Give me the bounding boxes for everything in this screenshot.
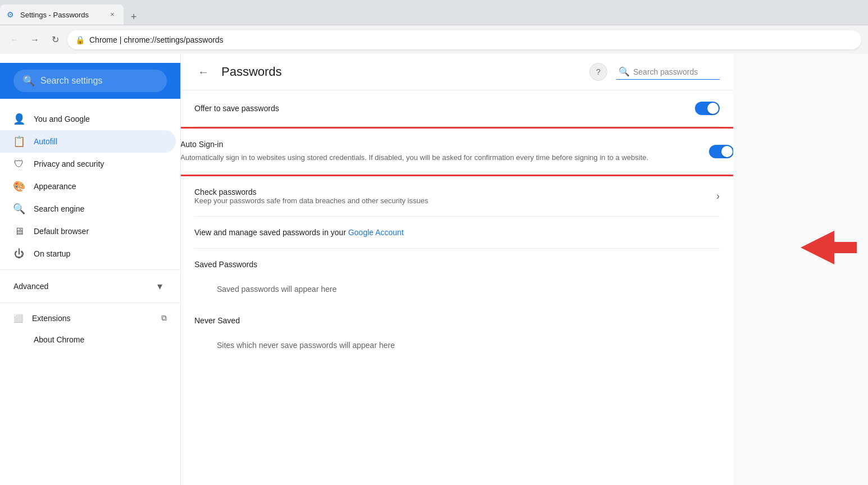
sidebar-item-label: Default browser xyxy=(34,227,89,236)
sidebar-item-on-startup[interactable]: ⏻ On startup xyxy=(0,242,176,265)
sidebar-item-label: Appearance xyxy=(34,182,76,191)
never-saved-empty: Sites which never save passwords will ap… xyxy=(194,330,720,361)
sidebar-item-default-browser[interactable]: 🖥 Default browser xyxy=(0,220,176,242)
tab-title: Settings - Passwords xyxy=(20,11,103,19)
search-passwords-input[interactable] xyxy=(633,67,717,76)
auto-signin-text: Auto Sign-in Automatically sign in to we… xyxy=(181,140,700,163)
help-button[interactable]: ? xyxy=(589,63,607,81)
sidebar-item-label: Search engine xyxy=(34,204,84,213)
forward-button[interactable]: → xyxy=(27,32,43,48)
sidebar-item-autofill[interactable]: 📋 Autofill xyxy=(0,130,176,153)
sidebar-item-label: On startup xyxy=(34,249,70,258)
sidebar-divider xyxy=(0,269,180,270)
auto-signin-row: Auto Sign-in Automatically sign in to we… xyxy=(181,127,733,176)
red-arrow-indicator xyxy=(801,231,857,266)
external-link-icon: ⧉ xyxy=(161,313,167,323)
advanced-label: Advanced xyxy=(13,282,48,291)
appearance-icon: 🎨 xyxy=(13,181,25,192)
main-content: ← Passwords ? 🔍 Offer to save passwords xyxy=(181,54,733,485)
search-settings-input[interactable] xyxy=(40,76,158,86)
extensions-icon: ⬜ xyxy=(13,314,23,323)
advanced-section[interactable]: Advanced ▾ xyxy=(0,274,176,298)
search-passwords-icon: 🔍 xyxy=(619,66,630,77)
right-panel xyxy=(733,54,868,485)
sidebar-item-appearance[interactable]: 🎨 Appearance xyxy=(0,175,176,198)
svg-marker-0 xyxy=(801,231,857,264)
check-passwords-title: Check passwords xyxy=(194,187,428,196)
saved-passwords-title: Saved Passwords xyxy=(194,249,720,273)
search-passwords-wrap[interactable]: 🔍 xyxy=(616,64,720,80)
lock-icon: 🔒 xyxy=(75,35,85,44)
address-text: Chrome | chrome://settings/passwords xyxy=(89,35,853,44)
offer-save-row: Offer to save passwords xyxy=(194,90,720,127)
settings-header: 🔍 xyxy=(0,63,180,99)
search-icon: 🔍 xyxy=(22,75,35,87)
back-button[interactable]: ← xyxy=(194,63,212,81)
auto-signin-title: Auto Sign-in xyxy=(181,140,700,149)
google-account-text: View and manage saved passwords in your xyxy=(194,228,348,237)
startup-icon: ⏻ xyxy=(13,248,25,259)
sidebar: 🔍 👤 You and Google 📋 Autofill 🛡 Privacy … xyxy=(0,54,181,485)
passwords-header: ← Passwords ? 🔍 xyxy=(181,54,733,90)
search-engine-icon: 🔍 xyxy=(13,203,25,214)
about-chrome-icon xyxy=(13,334,25,345)
passwords-panel: ← Passwords ? 🔍 Offer to save passwords xyxy=(181,54,733,485)
auto-signin-toggle[interactable] xyxy=(709,145,733,158)
sidebar-divider-2 xyxy=(0,303,180,303)
offer-save-label: Offer to save passwords xyxy=(194,104,279,113)
saved-passwords-empty: Saved passwords will appear here xyxy=(194,273,720,305)
passwords-content: Offer to save passwords Auto Sign-in Aut… xyxy=(181,90,733,361)
sidebar-item-label: Autofill xyxy=(34,137,57,146)
google-account-row: View and manage saved passwords in your … xyxy=(194,217,720,249)
person-icon: 👤 xyxy=(13,113,25,125)
sidebar-item-about-chrome[interactable]: About Chrome xyxy=(0,328,176,351)
never-saved-title: Never Saved xyxy=(194,305,720,330)
google-account-link[interactable]: Google Account xyxy=(348,228,404,237)
shield-icon: 🛡 xyxy=(13,158,25,170)
address-bar: ← → ↻ 🔒 Chrome | chrome://settings/passw… xyxy=(0,25,868,54)
check-passwords-text: Check passwords Keep your passwords safe… xyxy=(194,187,428,205)
back-button[interactable]: ← xyxy=(7,32,22,48)
offer-save-toggle[interactable] xyxy=(695,102,720,115)
reload-button[interactable]: ↻ xyxy=(47,32,63,48)
sidebar-item-privacy-security[interactable]: 🛡 Privacy and security xyxy=(0,153,176,175)
passwords-title: Passwords xyxy=(221,65,580,79)
extensions-label: Extensions xyxy=(32,314,70,323)
autofill-icon: 📋 xyxy=(13,136,25,147)
address-input[interactable]: 🔒 Chrome | chrome://settings/passwords xyxy=(67,30,861,49)
active-tab[interactable]: ⚙ Settings - Passwords × xyxy=(0,4,124,25)
default-browser-icon: 🖥 xyxy=(13,226,25,237)
advanced-arrow-icon: ▾ xyxy=(157,280,162,292)
check-passwords-row[interactable]: Check passwords Keep your passwords safe… xyxy=(194,176,720,217)
sidebar-item-label: You and Google xyxy=(34,115,90,123)
chevron-right-icon: › xyxy=(716,190,720,202)
sidebar-item-extensions[interactable]: ⬜ Extensions ⧉ xyxy=(0,308,180,328)
sidebar-item-you-and-google[interactable]: 👤 You and Google xyxy=(0,108,176,130)
auto-signin-desc: Automatically sign in to websites using … xyxy=(181,152,700,163)
sidebar-item-label: Privacy and security xyxy=(34,159,104,168)
tab-favicon: ⚙ xyxy=(7,10,16,19)
tab-close-button[interactable]: × xyxy=(108,10,117,19)
check-passwords-desc: Keep your passwords safe from data breac… xyxy=(194,196,428,205)
search-settings-wrap[interactable]: 🔍 xyxy=(13,70,167,92)
new-tab-button[interactable]: + xyxy=(126,9,142,25)
sidebar-item-search-engine[interactable]: 🔍 Search engine xyxy=(0,198,176,220)
about-chrome-label: About Chrome xyxy=(34,335,84,344)
